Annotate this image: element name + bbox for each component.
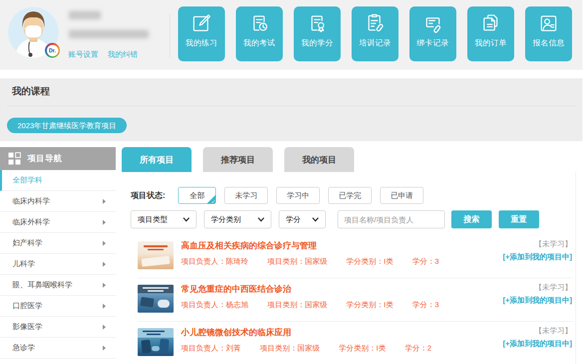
- sidebar-item-label: 儿科学: [12, 259, 35, 269]
- credit-select[interactable]: 学分: [279, 210, 326, 228]
- course-row: 小儿腔镜微创技术的临床应用 项目负责人：刘菁 项目类别：国家级 学分类别：I类 …: [138, 322, 573, 364]
- status-option-applied[interactable]: 已申请: [380, 187, 423, 204]
- search-button[interactable]: 搜索: [451, 210, 492, 228]
- my-orders-button[interactable]: 我的订单: [467, 6, 514, 61]
- sidebar-item-imaging[interactable]: 影像医学: [0, 317, 116, 338]
- sidebar-item-label: 全部学科: [12, 176, 42, 185]
- chevron-down-icon: [258, 217, 264, 222]
- sidebar-item-stomatology[interactable]: 口腔医学: [0, 296, 116, 317]
- status-filter-label: 项目状态:: [131, 190, 165, 201]
- edit-square-icon: [190, 12, 213, 35]
- reset-button[interactable]: 重置: [499, 210, 539, 228]
- course-thumbnail[interactable]: [138, 328, 174, 356]
- status-option-not-started[interactable]: 未学习: [224, 187, 268, 204]
- search-filter-row: 项目类型 学分类别 学分: [131, 210, 576, 228]
- course-category: 项目类别：国家级: [260, 344, 320, 352]
- section-title: 我的课程: [12, 85, 50, 98]
- sidebar-header: 项目导航: [0, 147, 116, 170]
- status-option-in-progress[interactable]: 学习中: [276, 187, 320, 204]
- my-courses-section: 我的课程 2023年甘肃继续医学教育项目: [0, 78, 583, 141]
- course-category: 项目类别：国家级: [267, 257, 327, 265]
- sidebar-item-label: 临床外科学: [12, 217, 50, 227]
- avatar[interactable]: Dr.: [8, 7, 59, 58]
- project-tabs: 所有项目 推荐项目 我的项目: [122, 147, 576, 172]
- chevron-down-icon: [183, 217, 190, 222]
- sidebar-item-internal-medicine[interactable]: 临床内科学: [0, 191, 116, 212]
- status-option-label: 已申请: [391, 191, 413, 200]
- my-corrections-link[interactable]: 我的纠错: [108, 50, 138, 59]
- sidebar-item-obstetrics[interactable]: 妇产科学: [0, 233, 116, 254]
- quick-actions: 我的练习 我的考试 我的学分: [178, 6, 583, 61]
- sidebar-item-all-subjects[interactable]: 全部学科: [0, 170, 116, 191]
- training-records-button[interactable]: 培训记录: [352, 6, 398, 61]
- chevron-right-icon: [103, 262, 106, 267]
- status-option-label: 学习中: [287, 191, 309, 200]
- tab-all-projects[interactable]: 所有项目: [122, 147, 192, 172]
- course-status-badge: 【未学习】: [503, 283, 572, 292]
- course-credit-type: 学分类别：I类: [346, 300, 393, 309]
- course-side: 【未学习】 [+添加到我的项目中]: [503, 239, 572, 262]
- program-badge[interactable]: 2023年甘肃继续医学教育项目: [7, 118, 127, 133]
- select-value: 学分: [286, 215, 301, 224]
- course-thumbnail[interactable]: [138, 241, 174, 269]
- user-name-redacted: [69, 11, 101, 19]
- search-input[interactable]: [338, 210, 445, 228]
- sidebar-item-label: 影像医学: [12, 322, 42, 332]
- user-id-redacted: [69, 30, 149, 38]
- course-thumbnail[interactable]: [138, 285, 174, 313]
- status-option-completed[interactable]: 已学完: [328, 187, 372, 204]
- tab-my-projects[interactable]: 我的项目: [284, 147, 354, 172]
- course-credits: 学分：2: [405, 344, 431, 352]
- quick-action-label: 培训记录: [359, 38, 391, 48]
- card-binding-records-button[interactable]: 绑卡记录: [409, 6, 456, 61]
- exam-doc-clock-icon: [248, 12, 271, 35]
- sidebar-item-emergency[interactable]: 急诊学: [0, 338, 116, 359]
- course-status-badge: 【未学习】: [503, 326, 572, 336]
- course-info: 高血压及相关疾病的综合诊疗与管理 项目负责人：陈琦玲 项目类别：国家级 学分类别…: [181, 240, 456, 266]
- my-exams-button[interactable]: 我的考试: [236, 6, 283, 61]
- doctor-badge-label: Dr.: [47, 45, 58, 56]
- add-to-my-projects-link[interactable]: [+添加到我的项目中]: [503, 296, 572, 305]
- status-option-label: 未学习: [235, 191, 257, 200]
- course-row: 高血压及相关疾病的综合诊疗与管理 项目负责人：陈琦玲 项目类别：国家级 学分类别…: [138, 235, 573, 278]
- status-option-label: 全部: [190, 191, 204, 200]
- add-to-my-projects-link[interactable]: [+添加到我的项目中]: [503, 339, 572, 349]
- sidebar-item-pediatrics[interactable]: 儿科学: [0, 254, 116, 275]
- course-info: 常见危重症的中西医结合诊治 项目负责人：杨志旭 项目类别：国家级 学分类别：I类…: [181, 283, 456, 310]
- project-nav-sidebar: 项目导航 全部学科 临床内科学 临床外科学 妇产科学 儿科学 眼、耳鼻咽喉科学 …: [0, 147, 116, 364]
- check-icon: ✓: [211, 199, 215, 204]
- course-title[interactable]: 高血压及相关疾病的综合诊疗与管理: [181, 240, 456, 251]
- status-option-label: 已学完: [339, 191, 361, 200]
- main-panel: 所有项目 推荐项目 我的项目 项目状态: 全部 ✓ 未学习 学习中 已学完: [122, 147, 576, 364]
- my-credits-button[interactable]: 我的学分: [294, 6, 341, 61]
- course-title[interactable]: 常见危重症的中西医结合诊治: [181, 283, 456, 295]
- quick-action-label: 我的练习: [186, 38, 217, 48]
- course-meta: 项目负责人：陈琦玲 项目类别：国家级 学分类别：I类 学分：3: [181, 257, 456, 266]
- course-side: 【未学习】 [+添加到我的项目中]: [503, 283, 572, 305]
- status-filter-row: 项目状态: 全部 ✓ 未学习 学习中 已学完 已申请: [131, 187, 576, 204]
- grid-icon: [8, 152, 21, 165]
- chevron-right-icon: [103, 199, 106, 204]
- course-status-badge: 【未学习】: [503, 239, 572, 249]
- sidebar-item-ent[interactable]: 眼、耳鼻咽喉科学: [0, 275, 116, 296]
- select-value: 学分类别: [211, 215, 241, 224]
- tab-recommended-projects[interactable]: 推荐项目: [203, 147, 273, 172]
- my-exercises-button[interactable]: 我的练习: [178, 6, 225, 61]
- page: Dr. 账号设置 我的纠错 我的练习 我的考试: [0, 0, 588, 364]
- registration-person-icon: [537, 12, 560, 35]
- course-credits: 学分：3: [412, 300, 439, 309]
- project-type-select[interactable]: 项目类型: [131, 210, 196, 228]
- chevron-right-icon: [103, 283, 106, 288]
- course-title[interactable]: 小儿腔镜微创技术的临床应用: [181, 327, 448, 338]
- account-settings-link[interactable]: 账号设置: [68, 50, 98, 59]
- status-option-all[interactable]: 全部 ✓: [178, 187, 216, 204]
- panel-body: 项目状态: 全部 ✓ 未学习 学习中 已学完 已申请: [122, 172, 576, 364]
- doctor-badge: Dr.: [45, 43, 60, 58]
- course-credit-type: 学分类别：I类: [339, 344, 386, 352]
- registration-info-button[interactable]: 报名信息: [525, 6, 572, 61]
- credit-category-select[interactable]: 学分类别: [204, 210, 271, 228]
- course-leader: 项目负责人：刘菁: [181, 344, 241, 352]
- sidebar-item-surgery[interactable]: 临床外科学: [0, 212, 116, 233]
- add-to-my-projects-link[interactable]: [+添加到我的项目中]: [503, 252, 572, 262]
- select-value: 项目类型: [138, 215, 168, 224]
